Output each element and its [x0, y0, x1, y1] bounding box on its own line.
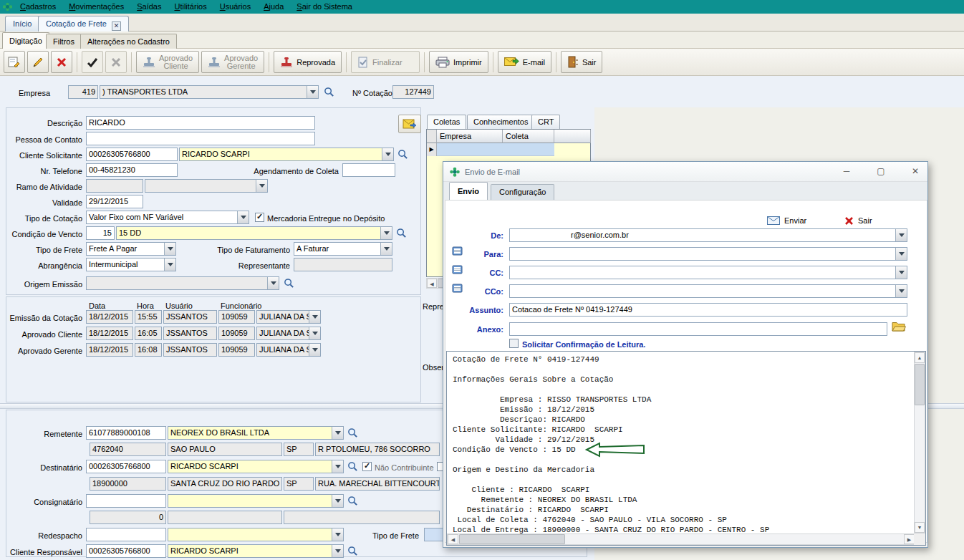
dialog-tab-configuracao[interactable]: Configuração [491, 184, 554, 200]
scroll-down-icon[interactable]: ▼ [915, 522, 925, 533]
remetente-search-icon[interactable] [346, 426, 360, 440]
chevron-down-icon[interactable] [309, 327, 320, 339]
chevron-down-icon[interactable] [164, 243, 175, 255]
menu-sair-do-sistema[interactable]: Sair do Sistema [290, 0, 359, 14]
remetente-combo[interactable]: NEOREX DO BRASIL LTDA [168, 426, 344, 440]
tab-cotacao-de-frete[interactable]: Cotação de Frete✕ [38, 16, 129, 32]
confirm-button[interactable] [82, 51, 103, 73]
ramo-combo[interactable] [145, 179, 268, 193]
chevron-down-icon[interactable] [307, 86, 318, 98]
chevron-down-icon[interactable] [895, 266, 907, 279]
tab-close-icon[interactable]: ✕ [112, 21, 121, 31]
chevron-down-icon[interactable] [332, 528, 343, 541]
chevron-down-icon[interactable] [332, 545, 343, 557]
chevron-down-icon[interactable] [332, 495, 343, 507]
cliente-solicitante-search-icon[interactable] [396, 148, 410, 161]
crt-tab[interactable]: CRT [531, 115, 560, 129]
validade-field[interactable]: 29/12/2015 [86, 195, 143, 208]
delete-record-button[interactable] [51, 51, 72, 73]
chevron-down-icon[interactable] [332, 427, 343, 439]
chevron-down-icon[interactable] [237, 211, 249, 223]
tipo-cotacao-combo[interactable]: Valor Fixo com NF Variável [86, 211, 249, 224]
num-cotacao-field[interactable]: 127449 [392, 85, 434, 99]
chevron-down-icon[interactable] [380, 227, 392, 239]
cliente-resp-code-field[interactable]: 00026305766800 [86, 544, 166, 558]
destinatario-combo[interactable]: RICARDO SCARPI [168, 460, 344, 473]
mercadoria-checkbox[interactable] [255, 213, 264, 222]
subtab-digitacao[interactable]: Digitação [2, 32, 49, 49]
scroll-right-icon[interactable]: ▶ [904, 534, 915, 544]
subtab-filtros[interactable]: Filtros [46, 34, 82, 49]
scroll-thumb[interactable] [459, 534, 565, 544]
imprimir-button[interactable]: Imprimir [429, 51, 488, 73]
cliente-resp-search-icon[interactable] [346, 544, 360, 558]
body-vscrollbar[interactable]: ▲ ▼ [914, 352, 925, 534]
tipo-frete-combo[interactable]: Frete A Pagar [86, 242, 176, 256]
origem-emissao-combo[interactable] [86, 276, 279, 290]
edit-record-button[interactable] [27, 51, 49, 73]
close-icon[interactable]: ✕ [905, 165, 926, 179]
menu-movimentacoes[interactable]: Movimentações [62, 0, 130, 14]
telefone-field[interactable]: 00-45821230 [86, 163, 178, 177]
cond-vencto-search-icon[interactable] [395, 226, 408, 240]
cco-combo[interactable] [509, 284, 907, 298]
send-coleta-button[interactable] [398, 115, 421, 133]
abrangencia-combo[interactable]: Intermunicipal [86, 258, 176, 271]
scroll-left-icon[interactable]: ◀ [427, 279, 437, 288]
emission-funcname-combo[interactable]: JULIANA DA SILVA S [256, 327, 321, 340]
enviar-button[interactable]: Enviar [767, 213, 806, 228]
tipo-faturamento-combo[interactable]: A Faturar [294, 242, 392, 256]
reprovada-button[interactable]: Reprovada [274, 51, 342, 73]
finalizar-button[interactable]: Finalizar [351, 51, 420, 73]
grid-header-coleta[interactable]: Coleta [503, 130, 554, 143]
empresa-code-field[interactable]: 419 [68, 85, 98, 99]
menu-cadastros[interactable]: Cadastros [14, 0, 62, 14]
subtab-alteracoes[interactable]: Alterações no Cadastro [80, 34, 177, 49]
cc-combo[interactable] [509, 266, 907, 279]
cliente-solicitante-code-field[interactable]: 00026305766800 [86, 148, 178, 161]
pessoa-contato-field[interactable] [86, 132, 315, 145]
chevron-down-icon[interactable] [382, 148, 393, 160]
sair-button[interactable]: Sair [561, 51, 603, 73]
minimize-icon[interactable]: ─ [836, 165, 857, 179]
origem-emissao-search-icon[interactable] [282, 276, 296, 290]
consignatario-code-field[interactable] [86, 494, 166, 508]
dialog-sair-button[interactable]: Sair [844, 213, 872, 228]
coletas-tab[interactable]: Coletas [427, 115, 466, 129]
aprovado-cliente-button[interactable]: Aprovado Cliente [136, 51, 199, 73]
attach-folder-icon[interactable] [892, 322, 906, 334]
chevron-down-icon[interactable] [256, 180, 267, 192]
aprovado-gerente-button[interactable]: Aprovado Gerente [201, 51, 264, 73]
remetente-code-field[interactable]: 61077889000108 [86, 426, 166, 440]
cond-vencto-combo[interactable]: 15 DD [116, 226, 392, 240]
redespacho-combo[interactable] [168, 528, 344, 541]
scroll-thumb[interactable] [915, 364, 925, 405]
chevron-down-icon[interactable] [164, 259, 175, 271]
body-hscrollbar[interactable]: ◀ ▶ [447, 534, 915, 545]
conhecimentos-tab[interactable]: Conhecimentos [467, 115, 534, 129]
grid-header-empresa[interactable]: Empresa [437, 130, 503, 143]
para-combo[interactable] [509, 247, 907, 261]
menu-utilitarios[interactable]: Utilitários [168, 0, 213, 14]
descricao-field[interactable]: RICARDO [86, 116, 315, 130]
chevron-down-icon[interactable] [895, 229, 907, 241]
email-body-area[interactable]: Cotação de Frete N° 0419-127449 Informaç… [446, 351, 926, 546]
ramo-code-field[interactable] [86, 179, 143, 193]
chevron-down-icon[interactable] [895, 285, 907, 297]
chevron-down-icon[interactable] [895, 248, 907, 260]
nao-contribuinte-checkbox[interactable] [362, 462, 372, 471]
representante-field[interactable] [294, 258, 392, 271]
anexo-field[interactable] [509, 322, 887, 336]
chevron-down-icon[interactable] [380, 243, 392, 255]
maximize-icon[interactable]: ▢ [870, 165, 892, 179]
emission-funcname-combo[interactable]: JULIANA DA SILVA S [256, 343, 321, 357]
dialog-tab-envio[interactable]: Envio [449, 182, 488, 200]
de-combo[interactable]: r@senior.com.br [509, 228, 907, 242]
scroll-up-icon[interactable]: ▲ [915, 352, 925, 363]
empresa-search-icon[interactable] [322, 85, 336, 99]
consignatario-search-icon[interactable] [346, 494, 360, 508]
scroll-left-icon[interactable]: ◀ [448, 534, 458, 544]
chevron-down-icon[interactable] [309, 311, 320, 323]
tab-inicio[interactable]: Início [5, 16, 39, 32]
chevron-down-icon[interactable] [267, 277, 279, 289]
